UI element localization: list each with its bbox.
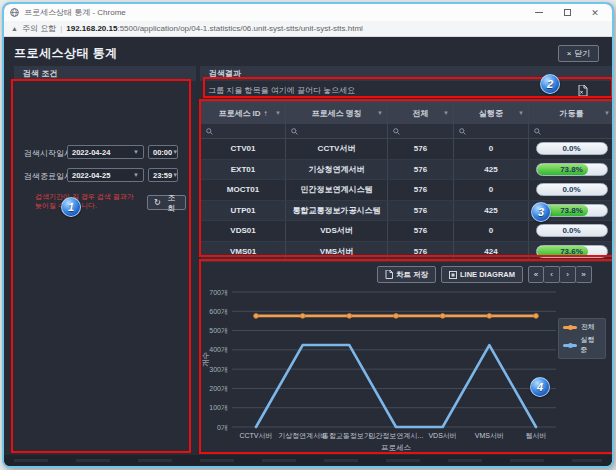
x-tick-label: 웹서버 bbox=[526, 432, 547, 439]
table-row[interactable]: CTV01CCTV서버57600.0% bbox=[201, 139, 614, 160]
legend-item[interactable]: 실행중 bbox=[563, 335, 601, 355]
filter-input[interactable] bbox=[454, 124, 529, 138]
last-page-button[interactable]: » bbox=[576, 266, 592, 283]
cell-id: VDS01 bbox=[201, 221, 286, 241]
cell-rate: 73.8% bbox=[529, 160, 614, 180]
end-date-select[interactable]: 2022-04-25 ▼ bbox=[67, 168, 144, 182]
warning-icon: ▲ bbox=[11, 25, 18, 32]
close-button[interactable]: × 닫기 bbox=[558, 45, 599, 62]
x-tick-label: CCTV서버 bbox=[239, 432, 272, 439]
line-diagram-button[interactable]: LINE DIAGRAM bbox=[441, 266, 523, 283]
x-tick-label: 기상청연계서버 bbox=[278, 432, 327, 440]
close-window-icon[interactable]: ✕ bbox=[588, 7, 602, 19]
filter-icon[interactable]: ▼ bbox=[377, 110, 383, 116]
series-marker bbox=[440, 314, 445, 319]
column-header[interactable]: 실행중▼ bbox=[454, 102, 529, 124]
series-marker bbox=[300, 314, 305, 319]
export-excel-icon[interactable] bbox=[577, 85, 588, 96]
search-panel: 검색 조건 검색시작일시 2022-04-24 ▼ 00:00 ▼ 검색종료일시… bbox=[14, 66, 196, 460]
url-separator: | bbox=[60, 24, 62, 33]
x-tick-label: VDS서버 bbox=[428, 432, 456, 439]
url-path[interactable]: :5500/application/op/04-1.statistics/06.… bbox=[117, 24, 362, 33]
page-favicon-icon bbox=[10, 8, 19, 17]
prev-page-button[interactable]: ‹ bbox=[544, 266, 560, 283]
cell-running: 425 bbox=[454, 160, 529, 180]
filter-icon[interactable]: ▼ bbox=[443, 110, 449, 116]
filter-input[interactable] bbox=[286, 124, 388, 138]
maximize-icon[interactable] bbox=[560, 7, 574, 19]
column-header-label: 프로세스 명칭 bbox=[311, 108, 361, 119]
column-header[interactable]: 프로세스 ID↑▼ bbox=[201, 102, 286, 124]
table-row[interactable]: MOCT01민간정보연계시스템57600.0% bbox=[201, 180, 614, 201]
column-header[interactable]: 전체▼ bbox=[388, 102, 454, 124]
series-marker bbox=[254, 314, 259, 319]
start-date-select[interactable]: 2022-04-24 ▼ bbox=[67, 145, 144, 159]
column-header-label: 실행중 bbox=[479, 108, 503, 119]
cell-running: 424 bbox=[454, 242, 529, 262]
column-header-label: 전체 bbox=[413, 108, 429, 119]
address-bar[interactable]: ▲ 주의 요함 | 192.168.20.15:5500/application… bbox=[4, 21, 612, 37]
start-time-value: 00:00 bbox=[153, 148, 172, 157]
first-page-button[interactable]: « bbox=[528, 266, 544, 283]
y-tick-label: 0개 bbox=[217, 424, 228, 431]
save-chart-button[interactable]: 차트 저장 bbox=[377, 266, 436, 283]
refresh-icon: ↻ bbox=[154, 198, 161, 207]
column-header-label: 프로세스 ID bbox=[218, 108, 260, 119]
minimize-icon[interactable] bbox=[532, 7, 546, 19]
start-time-select[interactable]: 00:00 ▼ bbox=[148, 145, 178, 159]
browser-window: 프로세스상태 통계 - Chrome ✕ ▲ 주의 요함 | 192.168.2… bbox=[2, 2, 614, 468]
chart-panel: 차트 저장 LINE DIAGRAM «‹›» 0개100개200개300개40… bbox=[200, 262, 614, 460]
search-icon bbox=[534, 128, 541, 135]
chart-pager: «‹›» bbox=[528, 266, 592, 283]
cell-id: UTP01 bbox=[201, 201, 286, 221]
table-row[interactable]: VDS01VDS서버57600.0% bbox=[201, 221, 614, 242]
filter-input[interactable] bbox=[529, 124, 614, 138]
table-row[interactable]: VMS01VMS서버57642473.6% bbox=[201, 242, 614, 263]
cell-id: VMS01 bbox=[201, 242, 286, 262]
search-icon bbox=[393, 128, 400, 135]
cell-id: CTV01 bbox=[201, 139, 286, 159]
legend-item[interactable]: 전체 bbox=[563, 322, 601, 332]
table-row[interactable]: UTP01통합교통정보가공시스템57642573.8% bbox=[201, 201, 614, 222]
chevron-down-icon: ▼ bbox=[133, 172, 139, 178]
progress-label: 0.0% bbox=[537, 143, 607, 154]
x-tick-label: VMS서버 bbox=[475, 432, 504, 439]
series-marker bbox=[534, 314, 539, 319]
filter-icon[interactable]: ▼ bbox=[275, 110, 281, 116]
filter-input[interactable] bbox=[388, 124, 454, 138]
page-title: 프로세스상태 통계 bbox=[14, 45, 118, 62]
line-chart: 0개100개200개300개400개500개600개700개CCTV서버기상청연… bbox=[200, 262, 614, 460]
series-line-실행중 bbox=[256, 345, 536, 427]
diagram-type-icon bbox=[449, 271, 457, 279]
y-tick-label: 700개 bbox=[209, 289, 228, 296]
start-datetime-label: 검색시작일시 bbox=[24, 148, 72, 159]
security-warning-label[interactable]: 주의 요함 bbox=[22, 23, 56, 34]
line-diagram-label: LINE DIAGRAM bbox=[460, 270, 515, 279]
column-header[interactable]: 가동률▼ bbox=[529, 102, 614, 124]
table-row[interactable]: EXT01기상청연계서버57642573.8% bbox=[201, 160, 614, 181]
column-header[interactable]: 프로세스 명칭▼ bbox=[286, 102, 388, 124]
cell-running: 0 bbox=[454, 221, 529, 241]
table-filter-row bbox=[201, 124, 614, 139]
end-time-select[interactable]: 23:59 ▼ bbox=[148, 168, 178, 182]
cell-rate: 73.6% bbox=[529, 242, 614, 262]
uptime-progress-bar: 0.0% bbox=[536, 142, 608, 155]
search-button[interactable]: ↻ 조회 bbox=[147, 195, 186, 210]
cell-name: 통합교통정보가공시스템 bbox=[286, 201, 388, 221]
cell-rate: 0.0% bbox=[529, 139, 614, 159]
chart-legend[interactable]: 전체실행중 bbox=[558, 318, 606, 359]
search-duration-warning: 검색기간이 길 경우 검색 결과가 늦어질 수 있습니다. bbox=[35, 193, 141, 210]
url-host[interactable]: 192.168.20.15 bbox=[66, 24, 117, 33]
search-panel-header: 검색 조건 bbox=[14, 66, 196, 81]
filter-icon[interactable]: ▼ bbox=[518, 110, 524, 116]
uptime-progress-bar: 73.8% bbox=[536, 163, 608, 176]
next-page-button[interactable]: › bbox=[560, 266, 576, 283]
cell-id: EXT01 bbox=[201, 160, 286, 180]
y-tick-label: 400개 bbox=[209, 346, 228, 353]
start-date-value: 2022-04-24 bbox=[72, 148, 110, 157]
search-icon bbox=[291, 128, 298, 135]
filter-input[interactable] bbox=[201, 124, 286, 138]
legend-label: 전체 bbox=[581, 322, 595, 332]
uptime-progress-bar: 73.6% bbox=[536, 245, 608, 258]
filter-icon[interactable]: ▼ bbox=[604, 110, 610, 116]
